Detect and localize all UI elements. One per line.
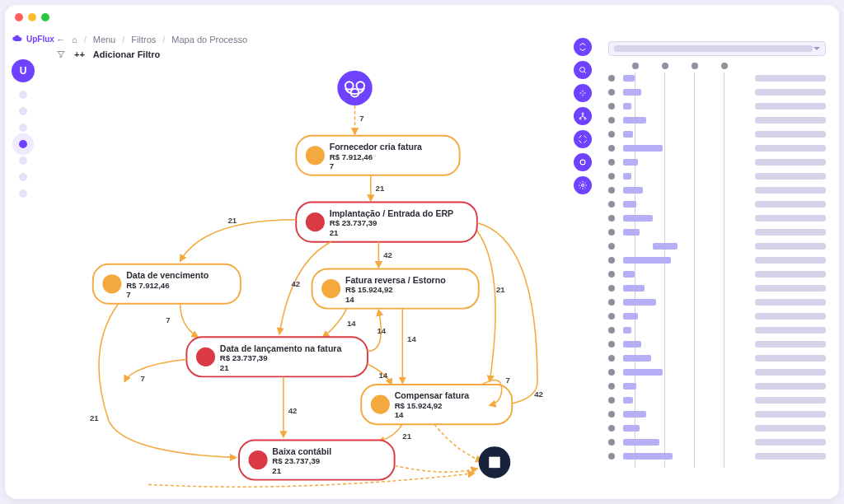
nav-item-1[interactable] (19, 91, 27, 99)
timeline-bar (623, 89, 641, 96)
timeline-bar (623, 173, 631, 180)
panel-rows (608, 72, 826, 468)
row-label-placeholder (755, 215, 826, 222)
node-fornecedor[interactable]: Fornecedor cria fatura R$ 7.912,46 7 (296, 136, 459, 175)
tool-toggle-icon[interactable] (574, 38, 592, 56)
svg-point-0 (337, 71, 372, 105)
crumb-menu[interactable]: Menu (93, 35, 116, 44)
timeline-bar (623, 131, 633, 138)
avatar[interactable]: U (12, 59, 35, 82)
timeline-bar (623, 257, 671, 264)
panel-row[interactable] (608, 100, 826, 112)
row-dot-icon (608, 425, 615, 432)
minimize-icon[interactable] (28, 13, 36, 21)
row-dot-icon (608, 75, 615, 82)
svg-point-34 (196, 348, 215, 366)
nav-item-7[interactable] (19, 189, 27, 198)
svg-text:Fornecedor cria fatura: Fornecedor cria fatura (330, 142, 422, 152)
panel-row[interactable] (608, 422, 826, 434)
panel-row[interactable] (608, 142, 826, 154)
panel-row[interactable] (608, 366, 826, 378)
node-vencimento[interactable]: Data de vencimento R$ 7.912,46 7 (93, 264, 241, 304)
row-dot-icon (608, 243, 615, 250)
node-baixa[interactable]: Baixa contábil R$ 23.737,39 21 (239, 440, 395, 479)
panel-row[interactable] (608, 240, 826, 252)
svg-text:Fatura reversa / Estorno: Fatura reversa / Estorno (345, 275, 446, 285)
panel-row[interactable] (608, 72, 826, 84)
row-dot-icon (608, 173, 615, 180)
process-map-canvas[interactable]: 7 Fornecedor cria fatura R$ 7.912,46 7 2… (48, 64, 598, 492)
tool-expand-icon[interactable] (574, 153, 592, 171)
panel-row[interactable] (608, 408, 826, 420)
svg-text:7: 7 (330, 161, 334, 170)
panel-row[interactable] (608, 352, 826, 364)
svg-point-26 (321, 279, 340, 298)
panel-row[interactable] (608, 128, 826, 140)
timeline-bar (623, 75, 635, 82)
add-filter-button[interactable]: Adicionar Filtro (93, 49, 160, 59)
svg-point-61 (582, 184, 584, 187)
timeline-bar (623, 187, 643, 194)
row-label-placeholder (755, 425, 826, 432)
maximize-icon[interactable] (41, 13, 49, 21)
panel-row[interactable] (608, 184, 826, 196)
panel-row[interactable] (608, 338, 826, 350)
panel-row[interactable] (608, 436, 826, 448)
panel-row[interactable] (608, 156, 826, 168)
panel-row[interactable] (608, 296, 826, 308)
svg-text:21: 21 (90, 413, 99, 422)
tool-center-icon[interactable] (574, 84, 592, 102)
nav-item-6[interactable] (19, 173, 27, 181)
panel-row[interactable] (608, 310, 826, 322)
panel-row[interactable] (608, 450, 826, 462)
node-start[interactable] (337, 71, 372, 105)
svg-text:21: 21 (496, 285, 505, 294)
panel-row[interactable] (608, 324, 826, 336)
nav-item-5[interactable] (19, 156, 27, 165)
row-label-placeholder (755, 369, 826, 376)
panel-row[interactable] (608, 226, 826, 238)
panel-row[interactable] (608, 86, 826, 98)
tool-contract-icon[interactable] (574, 130, 592, 148)
panel-row[interactable] (608, 170, 826, 182)
back-icon[interactable]: ← (56, 35, 65, 44)
crumb-mapa[interactable]: Mapa do Processo (171, 35, 247, 44)
panel-row[interactable] (608, 198, 826, 210)
panel-row[interactable] (608, 394, 826, 406)
nav-item-2[interactable] (19, 107, 27, 115)
node-implant[interactable]: Implantação / Entrada do ERP R$ 23.737,3… (296, 203, 477, 242)
panel-select[interactable] (608, 41, 826, 56)
map-tool-column (574, 38, 592, 194)
panel-row[interactable] (608, 282, 826, 294)
panel-row[interactable] (608, 268, 826, 280)
row-label-placeholder (755, 299, 826, 306)
panel-row[interactable] (608, 212, 826, 224)
node-lancamento[interactable]: Data de lançamento na fatura R$ 23.737,3… (186, 337, 368, 376)
node-compensar[interactable]: Compensar fatura R$ 15.924,92 14 (361, 385, 512, 424)
row-dot-icon (608, 131, 615, 138)
row-dot-icon (608, 299, 615, 306)
node-end[interactable] (479, 446, 511, 478)
tool-tree-icon[interactable] (574, 107, 592, 125)
add-slider-icon[interactable]: ++ (74, 49, 85, 59)
svg-text:R$ 7.912,46: R$ 7.912,46 (330, 152, 373, 161)
close-icon[interactable] (15, 13, 23, 21)
filter-icon[interactable] (56, 49, 66, 59)
panel-row[interactable] (608, 380, 826, 392)
svg-text:R$ 15.924,92: R$ 15.924,92 (345, 285, 393, 294)
node-reversa[interactable]: Fatura reversa / Estorno R$ 15.924,92 14 (312, 268, 479, 308)
tool-settings-icon[interactable] (574, 176, 592, 194)
nav-item-3[interactable] (19, 124, 27, 132)
panel-row[interactable] (608, 254, 826, 266)
crumb-filtros[interactable]: Filtros (131, 35, 156, 44)
panel-row[interactable] (608, 114, 826, 126)
timeline-bar (623, 439, 659, 446)
tool-zoom-icon[interactable] (574, 61, 592, 79)
row-label-placeholder (755, 313, 826, 320)
crumb-home[interactable]: ⌂ (72, 35, 77, 44)
nav-item-4-active[interactable] (19, 140, 27, 148)
row-label-placeholder (755, 131, 826, 138)
row-label-placeholder (755, 117, 826, 124)
app-window: UpFlux U ← ⌂ / Menu / Filtros / Mapa do … (5, 5, 839, 499)
edge-label: 7 (359, 114, 363, 123)
